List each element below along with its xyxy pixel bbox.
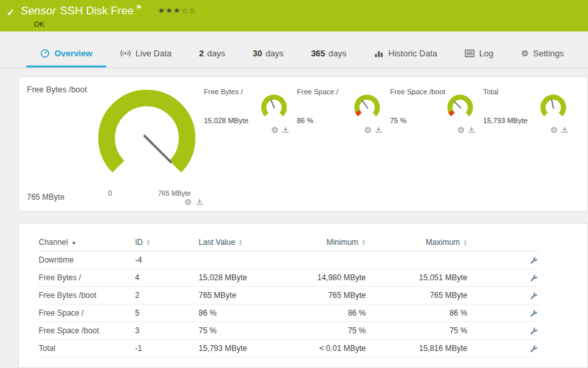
column-header-minimum[interactable]: Minimum▲▼	[264, 238, 366, 247]
table-row: Free Bytes / 4 15,028 MByte 14,980 MByte…	[39, 269, 538, 287]
mini-gauge-total: Total 15,793 MByte ⚙	[483, 84, 571, 143]
sensor-header: ✓ Sensor SSH Disk Free ⚑ ★★★☆☆ OK	[0, 0, 588, 31]
cell-last-value: 15,793 MByte	[199, 344, 264, 353]
tab-label: days	[265, 48, 283, 58]
cell-minimum: < 0.01 MByte	[264, 344, 366, 353]
cell-channel: Downtime	[39, 255, 135, 265]
table-row: Free Bytes /boot 2 765 MByte 765 MByte 7…	[39, 287, 538, 304]
mini-gauge-label: Free Space /	[297, 88, 338, 96]
cell-id: 2	[135, 291, 199, 300]
tab-number: 30	[252, 48, 262, 58]
tab-label: Overview	[54, 48, 92, 58]
sensor-kind-label: Sensor	[21, 5, 56, 18]
channel-settings-icon[interactable]	[530, 274, 538, 282]
cell-last-value: 765 MByte	[199, 291, 264, 300]
channel-settings-icon[interactable]	[530, 327, 538, 335]
tab-label: Log	[479, 48, 494, 58]
log-icon	[465, 49, 475, 58]
historic-data-icon	[374, 49, 384, 58]
tab-bar: Overview Live Data 2 days 30 days 365 da…	[0, 41, 588, 68]
mini-gauge-dial	[259, 92, 289, 122]
cell-id: 4	[135, 273, 199, 282]
gauge-gear-icon[interactable]: ⚙	[271, 126, 279, 134]
cell-maximum: 86 %	[366, 308, 467, 318]
sort-desc-icon: ▼	[71, 240, 77, 246]
mini-gauges: Free Bytes / 15,028 MByte ⚙ Free Space /…	[204, 84, 571, 143]
column-header-channel[interactable]: Channel▼	[39, 238, 135, 247]
cell-maximum: 765 MByte	[366, 291, 467, 300]
cell-last-value: 75 %	[199, 326, 264, 335]
sort-icon: ▲▼	[463, 239, 467, 246]
flag-icon: ⚑	[136, 3, 142, 12]
tab-label: days	[328, 48, 346, 58]
mini-gauge-dial	[352, 92, 382, 122]
status-check-icon: ✓	[7, 7, 15, 18]
sort-icon: ▲▼	[146, 239, 150, 246]
title-block: Sensor SSH Disk Free ⚑ ★★★☆☆ OK	[21, 5, 197, 28]
column-header-last-value[interactable]: Last Value▲▼	[199, 238, 264, 247]
primary-gauge-scale-min: 0	[108, 189, 112, 197]
cell-maximum: 75 %	[366, 326, 467, 335]
mini-gauge-dial	[445, 92, 475, 122]
tab-2-days[interactable]: 2 days	[186, 41, 239, 67]
cell-minimum: 75 %	[264, 326, 366, 335]
cell-channel: Free Space /	[39, 308, 135, 318]
gauge-gear-icon[interactable]: ⚙	[184, 198, 192, 206]
priority-stars[interactable]: ★★★☆☆	[158, 6, 197, 15]
mini-gauge-label: Free Space /boot	[390, 88, 445, 96]
cell-channel: Free Bytes /boot	[39, 291, 135, 300]
gauge-gear-icon[interactable]: ⚙	[364, 126, 372, 134]
tab-label: Live Data	[136, 48, 172, 58]
mini-gauge-value: 15,793 MByte	[483, 117, 528, 124]
tab-label: days	[207, 48, 225, 58]
tab-log[interactable]: Log	[451, 41, 507, 67]
channel-settings-icon[interactable]	[530, 256, 538, 265]
tab-historic-data[interactable]: Historic Data	[361, 41, 451, 67]
channel-settings-icon[interactable]	[530, 291, 538, 300]
cell-id: 3	[135, 326, 199, 335]
table-row: Total -1 15,793 MByte < 0.01 MByte 15,81…	[39, 340, 538, 358]
gauge-download-icon[interactable]	[375, 126, 382, 134]
cell-channel: Total	[39, 344, 135, 353]
primary-gauge-label: Free Bytes /boot	[27, 85, 87, 94]
gauge-download-icon[interactable]	[282, 126, 289, 134]
gauge-download-icon[interactable]	[468, 126, 475, 134]
gauge-download-icon[interactable]	[561, 126, 568, 134]
channel-settings-icon[interactable]	[530, 344, 538, 353]
mini-gauge-free-space-boot: Free Space /boot 75 % ⚙	[390, 84, 478, 143]
gauge-gear-icon[interactable]: ⚙	[457, 126, 465, 134]
table-header-row: Channel▼ ID▲▼ Last Value▲▼ Minimum▲▼ Max…	[39, 233, 538, 251]
tab-overview[interactable]: Overview	[26, 41, 106, 67]
cell-last-value: 15,028 MByte	[199, 273, 264, 282]
tab-label: Settings	[533, 48, 564, 58]
page-title: SSH Disk Free	[60, 5, 133, 18]
cell-id: 5	[135, 308, 199, 318]
column-header-maximum[interactable]: Maximum▲▼	[366, 238, 467, 247]
primary-gauge-value: 765 MByte	[27, 193, 64, 202]
mini-gauge-dial	[538, 92, 568, 122]
channel-settings-icon[interactable]	[530, 309, 538, 318]
mini-gauge-value: 15,028 MByte	[204, 117, 248, 124]
table-row: Free Space / 5 86 % 86 % 86 %	[39, 304, 538, 322]
cell-minimum: 14,980 MByte	[264, 273, 366, 282]
cell-minimum: 86 %	[264, 308, 366, 318]
tab-number: 365	[311, 48, 325, 58]
tab-settings[interactable]: ⚙ Settings	[507, 41, 578, 67]
gear-icon: ⚙	[521, 49, 529, 58]
mini-gauge-value: 75 %	[390, 117, 406, 124]
primary-gauge-scale-max: 765 MByte	[158, 189, 191, 197]
tab-365-days[interactable]: 365 days	[297, 41, 360, 67]
gauge-download-icon[interactable]	[196, 198, 203, 206]
column-header-id[interactable]: ID▲▼	[135, 238, 199, 247]
tab-number: 2	[199, 48, 204, 58]
tab-live-data[interactable]: Live Data	[106, 41, 186, 67]
gauge-panel: Free Bytes /boot 0 765 MByte 765 MByte ⚙…	[18, 77, 588, 212]
mini-gauge-label: Total	[483, 88, 498, 96]
gauge-gear-icon[interactable]: ⚙	[550, 126, 558, 134]
mini-gauge-free-space-root: Free Space / 86 % ⚙	[297, 84, 385, 143]
cell-maximum: 15,816 MByte	[366, 344, 467, 353]
tab-30-days[interactable]: 30 days	[239, 41, 297, 67]
table-row: Free Space /boot 3 75 % 75 % 75 %	[39, 322, 538, 340]
cell-minimum: 765 MByte	[264, 291, 366, 300]
stars-filled: ★★★	[158, 6, 181, 15]
